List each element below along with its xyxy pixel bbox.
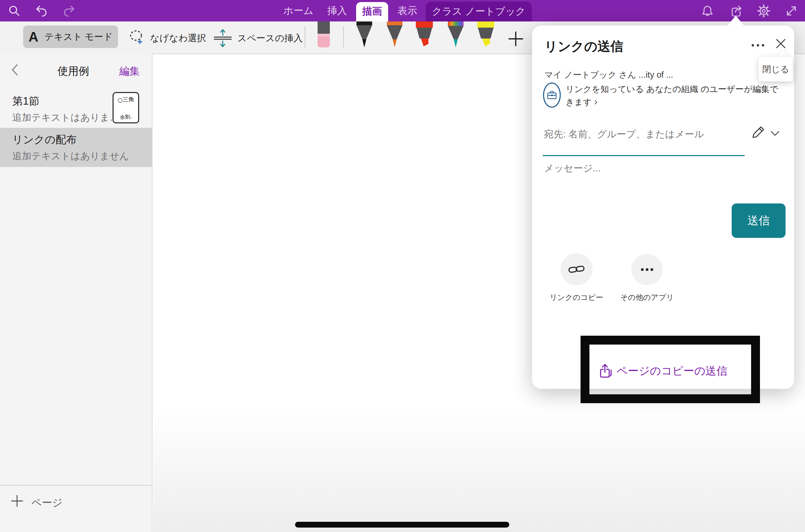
settings-gear-icon[interactable] — [756, 3, 771, 18]
lasso-select-icon[interactable] — [128, 29, 145, 46]
page-thumbnail: ○三角 余割. — [113, 92, 139, 123]
more-apps-label: その他のアプリ — [619, 292, 675, 303]
edit-button[interactable]: 編集 — [119, 64, 147, 78]
send-copy-icon — [599, 363, 612, 379]
chevron-down-icon[interactable] — [770, 131, 780, 137]
send-button-label: 送信 — [747, 213, 770, 228]
thumbnail-handwriting: 余割. — [113, 113, 138, 121]
red-highlighter-icon[interactable] — [413, 21, 435, 50]
insert-space-icon[interactable] — [213, 28, 233, 47]
page-list-item-selected[interactable]: リンクの配布 追加テキストはありません — [0, 128, 152, 167]
text-mode-a-icon: A — [28, 30, 38, 44]
organization-briefcase-icon[interactable] — [543, 82, 561, 108]
text-mode-label: テキスト モード — [44, 31, 113, 43]
recipient-input-underline — [543, 155, 745, 156]
tab-insert[interactable]: 挿入 — [319, 0, 355, 21]
page-item-title: 第1節 — [12, 94, 39, 108]
close-icon[interactable] — [773, 36, 789, 51]
more-apps-button[interactable] — [631, 254, 663, 285]
top-bar: ホーム 挿入 描画 表示 クラス ノートブック — [0, 0, 805, 21]
recipient-input[interactable]: 宛先: 名前、グループ、またはメール — [544, 128, 704, 141]
tab-draw[interactable]: 描画 — [356, 2, 388, 21]
copy-link-button[interactable] — [560, 253, 592, 285]
add-pen-plus-icon[interactable] — [508, 31, 524, 48]
tab-home[interactable]: ホーム — [280, 0, 317, 21]
chevron-right-icon: › — [594, 96, 598, 107]
dialog-subtitle: マイ ノートブック さん ...ity of ... — [544, 69, 673, 80]
rainbow-pen-icon[interactable] — [445, 21, 467, 50]
back-chevron-icon[interactable] — [10, 63, 20, 78]
edit-pencil-icon[interactable] — [751, 125, 765, 139]
undo-icon[interactable] — [34, 3, 49, 18]
sidebar-title: 使用例 — [38, 64, 109, 78]
thumbnail-handwriting: ○三角 — [113, 95, 138, 104]
more-options-icon[interactable] — [749, 39, 767, 51]
text-mode-button[interactable]: A テキスト モード — [23, 26, 118, 48]
insert-space-label[interactable]: スペースの挿入 — [237, 32, 303, 44]
link-icon — [568, 263, 585, 275]
page-item-subtitle: 追加テキストはありません — [12, 150, 129, 163]
lasso-select-label[interactable]: なげなわ選択 — [150, 32, 206, 44]
eraser-tool-icon[interactable] — [316, 21, 332, 49]
toolbar-divider — [305, 27, 305, 48]
send-page-copy-button[interactable]: ページのコピーの送信 — [532, 353, 794, 389]
tab-class-notebook[interactable]: クラス ノートブック — [426, 2, 532, 21]
add-page-plus-icon — [10, 494, 24, 508]
yellow-highlighter-icon[interactable] — [475, 21, 497, 50]
send-link-dialog: リンクの送信 マイ ノートブック さん ...ity of ... リンクを知っ… — [532, 26, 794, 389]
search-icon[interactable] — [7, 3, 22, 18]
close-tooltip: 閉じる — [759, 57, 793, 81]
onenote-app: ホーム 挿入 描画 表示 クラス ノートブック A テキスト モード なげなわ選… — [0, 0, 805, 532]
page-item-title: リンクの配布 — [12, 133, 77, 147]
redo-icon[interactable] — [61, 3, 76, 18]
permission-label: リンクを知っている あなたの組織 のユーザーが編集できます — [566, 84, 778, 107]
add-page-button[interactable] — [10, 494, 24, 509]
dialog-title: リンクの送信 — [544, 38, 624, 55]
sidebar-footer-divider — [0, 485, 152, 486]
black-pen-icon[interactable] — [353, 21, 375, 50]
tab-view[interactable]: 表示 — [391, 0, 424, 21]
expand-fullscreen-icon[interactable] — [784, 3, 799, 18]
orange-pen-icon[interactable] — [384, 21, 406, 50]
toolbar-divider — [343, 27, 344, 48]
link-permission-text[interactable]: リンクを知っている あなたの組織 のユーザーが編集できます › — [566, 83, 784, 108]
add-page-label[interactable]: ページ — [31, 496, 62, 510]
send-page-copy-label: ページのコピーの送信 — [617, 364, 728, 379]
send-button[interactable]: 送信 — [732, 203, 786, 238]
notifications-bell-icon[interactable] — [700, 3, 715, 18]
page-item-subtitle: 追加テキストはありま… — [12, 111, 119, 124]
message-input[interactable]: メッセージ... — [544, 162, 601, 175]
page-list-item[interactable]: 第1節 追加テキストはありま… ○三角 余割. — [0, 89, 152, 128]
dialog-callout-arrow — [727, 16, 745, 27]
ellipsis-icon — [640, 268, 654, 272]
copy-link-label: リンクのコピー — [548, 292, 604, 303]
close-tooltip-label: 閉じる — [762, 63, 789, 75]
home-indicator[interactable] — [295, 522, 509, 528]
